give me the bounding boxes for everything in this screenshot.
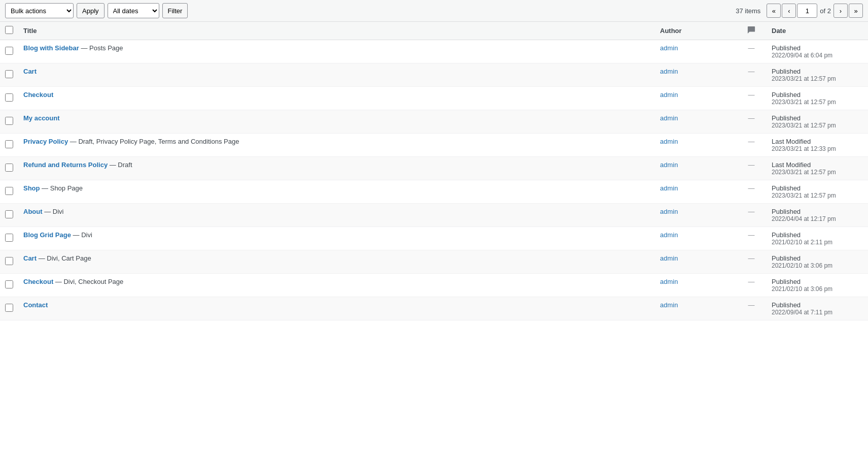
page-title-link[interactable]: Blog with Sidebar (23, 44, 79, 52)
row-checkbox[interactable] (5, 187, 13, 195)
page-subtitle: — Divi (43, 208, 64, 215)
apply-button[interactable]: Apply (77, 3, 105, 18)
date-status: Published (772, 184, 863, 192)
comments-dash: — (748, 68, 755, 75)
table-row: Cartadmin—Published2023/03/21 at 12:57 p… (0, 63, 868, 87)
author-link[interactable]: admin (660, 278, 678, 285)
page-subtitle: — Draft, Privacy Policy Page, Terms and … (68, 138, 239, 145)
date-time: 2021/02/10 at 3:06 pm (772, 262, 863, 269)
date-time: 2021/02/10 at 2:11 pm (772, 239, 863, 246)
table-row: Contactadmin—Published2022/09/04 at 7:11… (0, 297, 868, 320)
row-checkbox[interactable] (5, 280, 13, 288)
row-checkbox[interactable] (5, 257, 13, 265)
column-header-title[interactable]: Title (18, 22, 655, 40)
author-link[interactable]: admin (660, 161, 678, 169)
author-link[interactable]: admin (660, 254, 678, 262)
row-checkbox-cell (0, 250, 18, 274)
row-checkbox[interactable] (5, 210, 13, 218)
page-title-link[interactable]: Shop (23, 184, 40, 192)
row-author-cell: admin (655, 227, 736, 250)
last-page-button[interactable]: » (849, 4, 863, 18)
page-title-link[interactable]: Cart (23, 254, 37, 262)
page-title-link[interactable]: My account (23, 114, 60, 122)
author-link[interactable]: admin (660, 208, 678, 215)
row-author-cell: admin (655, 157, 736, 180)
row-author-cell: admin (655, 297, 736, 320)
row-author-cell: admin (655, 250, 736, 274)
row-checkbox[interactable] (5, 70, 13, 78)
row-comments-cell: — (736, 63, 767, 87)
row-checkbox[interactable] (5, 93, 13, 102)
row-checkbox-cell (0, 87, 18, 110)
author-link[interactable]: admin (660, 184, 678, 192)
row-checkbox-cell (0, 180, 18, 204)
row-date-cell: Published2021/02/10 at 3:06 pm (767, 274, 868, 297)
author-link[interactable]: admin (660, 231, 678, 239)
column-header-date[interactable]: Date (767, 22, 868, 40)
author-link[interactable]: admin (660, 138, 678, 145)
row-title-cell: Cart (18, 63, 655, 87)
date-time: 2022/09/04 at 6:04 pm (772, 52, 863, 59)
page-title-link[interactable]: Checkout (23, 91, 53, 99)
page-subtitle: — Divi (71, 231, 92, 239)
bulk-actions-select[interactable]: Bulk actions Edit Move to Trash (5, 3, 74, 18)
date-status: Last Modified (772, 138, 863, 145)
row-checkbox[interactable] (5, 47, 13, 55)
row-checkbox[interactable] (5, 117, 13, 125)
row-checkbox[interactable] (5, 234, 13, 242)
author-link[interactable]: admin (660, 301, 678, 309)
page-title-link[interactable]: About (23, 208, 43, 215)
row-date-cell: Published2023/03/21 at 12:57 pm (767, 180, 868, 204)
date-time: 2022/04/04 at 12:17 pm (772, 215, 863, 222)
page-title-link[interactable]: Cart (23, 68, 37, 75)
page-title-link[interactable]: Refund and Returns Policy (23, 161, 108, 169)
date-time: 2023/03/21 at 12:57 pm (772, 122, 863, 129)
page-title-link[interactable]: Blog Grid Page (23, 231, 71, 239)
next-page-button[interactable]: › (834, 4, 848, 18)
row-checkbox-cell (0, 157, 18, 180)
date-status: Published (772, 208, 863, 215)
page-subtitle: — Divi, Cart Page (37, 254, 91, 262)
page-subtitle: — Posts Page (79, 44, 123, 52)
row-comments-cell: — (736, 204, 767, 227)
row-date-cell: Published2022/09/04 at 6:04 pm (767, 40, 868, 63)
select-all-checkbox[interactable] (5, 26, 13, 34)
author-link[interactable]: admin (660, 91, 678, 99)
filter-button[interactable]: Filter (162, 3, 188, 18)
toolbar-right: 37 items « ‹ of 2 › » (736, 4, 863, 18)
date-time: 2022/09/04 at 7:11 pm (772, 309, 863, 316)
page-title-link[interactable]: Checkout (23, 278, 53, 285)
page-wrapper: Bulk actions Edit Move to Trash Apply Al… (0, 0, 868, 452)
row-checkbox[interactable] (5, 140, 13, 148)
row-date-cell: Published2023/03/21 at 12:57 pm (767, 63, 868, 87)
prev-page-button[interactable]: ‹ (782, 4, 796, 18)
column-header-comments[interactable] (736, 22, 767, 40)
date-status: Published (772, 231, 863, 239)
page-title-link[interactable]: Contact (23, 301, 48, 309)
date-status: Published (772, 114, 863, 122)
page-title-link[interactable]: Privacy Policy (23, 138, 68, 145)
column-header-author[interactable]: Author (655, 22, 736, 40)
author-link[interactable]: admin (660, 44, 678, 52)
first-page-button[interactable]: « (767, 4, 781, 18)
row-checkbox-cell (0, 227, 18, 250)
comments-dash: — (748, 91, 755, 99)
comments-dash: — (748, 208, 755, 215)
row-author-cell: admin (655, 134, 736, 157)
row-date-cell: Last Modified2023/03/21 at 12:33 pm (767, 134, 868, 157)
row-comments-cell: — (736, 110, 767, 134)
date-time: 2023/03/21 at 12:57 pm (772, 99, 863, 106)
date-status: Published (772, 278, 863, 285)
pagination: « ‹ of 2 › » (767, 4, 863, 18)
page-number-input[interactable] (797, 4, 817, 18)
column-header-check (0, 22, 18, 40)
table-row: Refund and Returns Policy — Draftadmin—L… (0, 157, 868, 180)
row-checkbox[interactable] (5, 164, 13, 172)
all-dates-select[interactable]: All dates (108, 3, 159, 18)
table-row: Checkout — Divi, Checkout Pageadmin—Publ… (0, 274, 868, 297)
row-checkbox[interactable] (5, 304, 13, 312)
comments-dash: — (748, 184, 755, 192)
author-link[interactable]: admin (660, 68, 678, 75)
of-pages: of 2 (820, 7, 831, 15)
author-link[interactable]: admin (660, 114, 678, 122)
